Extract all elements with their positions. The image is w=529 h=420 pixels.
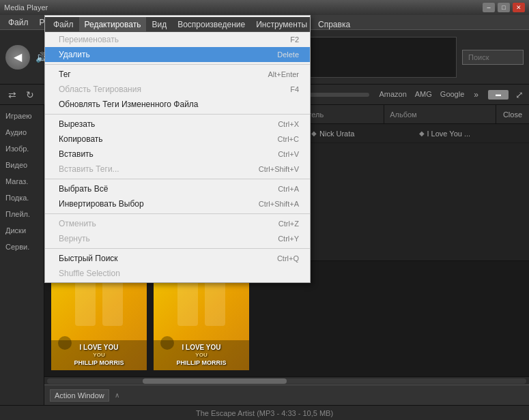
edit-dropdown-menu[interactable]: Файл Редактировать Вид Воспроизведение И… [44, 15, 311, 283]
title-bar-text: Media Player [4, 3, 48, 12]
dropdown-item-paste[interactable]: ВставитьCtrl+V [45, 147, 310, 162]
repeat-btn[interactable]: ↻ [23, 88, 37, 102]
action-window-button[interactable]: Action Window [50, 389, 109, 402]
status-bar: The Escape Artist (MP3 - 4:33 - 10,5 MB) [0, 405, 529, 420]
dropdown-item-delete[interactable]: УдалитьDelete [45, 47, 310, 62]
waveform-slider[interactable]: ▬ [488, 90, 509, 100]
track-artist: ◆ Nick Urata [311, 130, 419, 138]
dropdown-separator [45, 64, 310, 65]
album-dot-icon: ◆ [419, 130, 425, 137]
sidebar-item-video[interactable]: Видео [0, 157, 44, 173]
dropdown-item-rename: ПереименоватьF2 [45, 32, 310, 47]
dropdown-item-undo: ОтменитьCtrl+Z [45, 216, 310, 231]
dropdown-separator [45, 179, 310, 179]
maximize-button[interactable]: □ [498, 3, 510, 12]
sidebar-item-store[interactable]: Магаз. [0, 173, 44, 190]
dropdown-item-select-all[interactable]: Выбрать ВсёCtrl+A [45, 181, 310, 196]
album-art-2: I LOVE YOU YOU PHILLIP MORRIS [154, 268, 249, 370]
dropdown-item-update-tags[interactable]: Обновлять Теги Измененного Файла [45, 97, 310, 112]
sidebar-item-disc[interactable]: Диски [0, 222, 44, 239]
dropdown-item-quick-search[interactable]: Быстрый ПоискCtrl+Q [45, 251, 310, 266]
title-bar-controls: – □ ✕ [483, 3, 525, 12]
sidebar-item-service[interactable]: Серви. [0, 239, 44, 255]
artist-dot-icon: ◆ [311, 130, 317, 137]
dropdown-menu-header: Файл Редактировать Вид Воспроизведение И… [45, 17, 310, 32]
dropdown-item-invert[interactable]: Инвертировать ВыборCtrl+Shift+A [45, 196, 310, 211]
search-input[interactable] [462, 50, 524, 65]
track-album: ◆ I Love You ... [419, 130, 527, 138]
close-results-button[interactable]: Close [496, 110, 529, 119]
dropdown-item-cut[interactable]: ВырезатьCtrl+X [45, 117, 310, 132]
dropdown-menu-playback[interactable]: Воспроизведение [172, 17, 251, 31]
sidebar-item-playing[interactable]: Играею [0, 108, 44, 124]
amazon-link[interactable]: Amazon [379, 90, 406, 100]
dropdown-separator [45, 248, 310, 249]
dropdown-menu-view[interactable]: Вид [146, 17, 172, 31]
sidebar-item-audio[interactable]: Аудио [0, 124, 44, 140]
dropdown-separator [45, 213, 310, 214]
dropdown-menu-file[interactable]: Файл [48, 17, 79, 31]
google-link[interactable]: Google [440, 90, 464, 100]
amg-link[interactable]: AMG [415, 90, 432, 100]
scroll-thumb[interactable] [143, 378, 287, 384]
title-bar: Media Player – □ ✕ [0, 0, 529, 15]
zoom-button[interactable]: ⤢ [515, 89, 524, 100]
bottom-bar: Action Window ∧ [44, 385, 529, 405]
status-text: The Escape Artist (MP3 - 4:33 - 10,5 MB) [196, 409, 333, 417]
dropdown-menu-help[interactable]: Справка [313, 17, 356, 31]
album-art-inner-2: I LOVE YOU YOU PHILLIP MORRIS [154, 268, 249, 370]
dropdown-items-container: ПереименоватьF2УдалитьDeleteТегAlt+Enter… [45, 32, 310, 281]
search-area [462, 50, 524, 65]
chevron-up-icon[interactable]: ∧ [115, 391, 119, 399]
dropdown-item-paste-tags: Вставить Теги...Ctrl+Shift+V [45, 162, 310, 177]
dropdown-item-tag-area: Область ТегированияF4 [45, 82, 310, 97]
col-header-album: Альбом [384, 105, 496, 123]
album-art-1: I LOVE YOU YOU PHILLIP MORRIS [51, 268, 147, 370]
horizontal-scrollbar[interactable] [44, 376, 529, 385]
album-art-inner-1: I LOVE YOU YOU PHILLIP MORRIS [51, 268, 147, 370]
close-button[interactable]: ✕ [513, 3, 525, 12]
scroll-track[interactable] [47, 378, 526, 384]
main-window: Media Player – □ ✕ Файл Редактировать Ви… [0, 0, 529, 420]
dropdown-item-copy[interactable]: КопироватьCtrl+C [45, 132, 310, 147]
sidebar-item-images[interactable]: Изобр. [0, 140, 44, 157]
dropdown-menu-edit[interactable]: Редактировать [79, 17, 147, 31]
dropdown-menu-tools[interactable]: Инструменты [251, 17, 313, 31]
dropdown-item-shuffle: Shuffle Selection [45, 266, 310, 281]
sidebar-item-podcast[interactable]: Подка. [0, 190, 44, 206]
dropdown-item-tag[interactable]: ТегAlt+Enter [45, 67, 310, 82]
dropdown-separator [45, 114, 310, 115]
sidebar: Играею Аудио Изобр. Видео Магаз. Подка. … [0, 105, 44, 405]
sidebar-item-playlist[interactable]: Плейл. [0, 206, 44, 222]
minimize-button[interactable]: – [483, 3, 495, 12]
shuffle-btn[interactable]: ⇄ [5, 88, 19, 102]
back-button[interactable]: ◀ [5, 45, 30, 70]
menu-file[interactable]: Файл [3, 15, 34, 29]
dropdown-item-redo: ВернутьCtrl+Y [45, 231, 310, 246]
playback-links: Amazon AMG Google » [379, 90, 478, 100]
